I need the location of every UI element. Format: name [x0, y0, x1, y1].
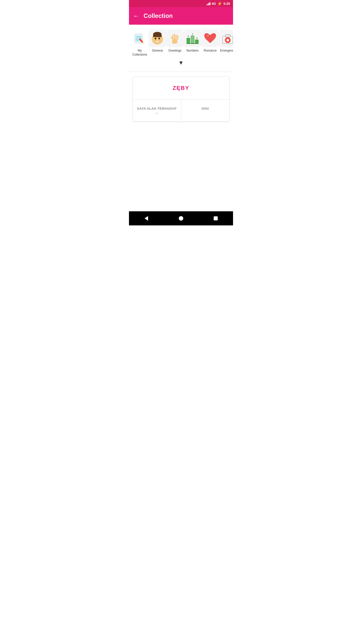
my-collections-label: My Collections	[131, 49, 148, 57]
nav-home-button[interactable]	[178, 216, 184, 221]
category-item-romance[interactable]: Romance	[201, 29, 219, 58]
my-collections-icon	[131, 30, 149, 47]
card-title-row: ZĘBY	[133, 77, 229, 100]
category-item-my-collections[interactable]: My Collections	[131, 29, 149, 58]
svg-rect-32	[187, 43, 199, 44]
svg-point-13	[158, 38, 160, 39]
greetings-icon	[166, 30, 184, 47]
card-translations: SAYA ALAH TERHADAP ... GIGI	[133, 100, 229, 121]
svg-rect-11	[153, 34, 162, 37]
svg-rect-24	[177, 35, 178, 40]
nav-recents-button[interactable]	[213, 216, 218, 221]
app-bar: ← Collection	[129, 7, 233, 25]
svg-rect-42	[214, 216, 218, 220]
svg-rect-26	[187, 38, 190, 43]
svg-rect-28	[191, 36, 194, 43]
romance-label: Romance	[204, 49, 216, 53]
greetings-label: Greetings	[168, 49, 182, 53]
svg-rect-22	[174, 34, 175, 39]
signal-icon	[207, 2, 210, 5]
svg-text:1: 1	[192, 33, 193, 35]
svg-marker-40	[145, 216, 148, 221]
svg-rect-30	[195, 40, 198, 43]
translation-right[interactable]: GIGI	[181, 100, 230, 121]
status-bar: 4G ⚡ 5:29	[129, 0, 233, 7]
status-icons: 4G ⚡ 5:29	[207, 1, 230, 6]
chevron-down-icon[interactable]: ▼	[178, 60, 184, 66]
svg-point-16	[159, 39, 159, 40]
svg-text:3: 3	[196, 37, 197, 39]
category-section: My Collections	[129, 25, 233, 72]
svg-point-12	[155, 38, 156, 39]
navigation-bar	[129, 211, 233, 225]
svg-point-17	[160, 40, 160, 41]
numbers-icon: 2 1 3	[184, 30, 201, 47]
numbers-label: Numbers	[187, 49, 199, 53]
network-label: 4G	[212, 2, 216, 6]
back-button[interactable]: ←	[133, 13, 140, 19]
svg-rect-36	[225, 35, 230, 37]
app-bar-title: Collection	[144, 12, 173, 19]
section-divider	[129, 72, 233, 72]
svg-rect-23	[175, 34, 177, 39]
chevron-row: ▼	[131, 58, 231, 70]
svg-point-15	[155, 40, 156, 41]
nav-back-button[interactable]	[144, 216, 149, 221]
translation-left[interactable]: SAYA ALAH TERHADAP ...	[133, 100, 181, 121]
category-row: My Collections	[131, 29, 231, 58]
general-label: General	[152, 49, 163, 53]
time-label: 5:29	[223, 2, 230, 6]
svg-text:2: 2	[188, 35, 189, 37]
phrase-card: ZĘBY SAYA ALAH TERHADAP ... GIGI	[132, 76, 230, 122]
svg-point-41	[179, 216, 183, 221]
svg-point-14	[155, 39, 155, 40]
romance-icon	[201, 30, 219, 47]
emergency-label: Emergency	[220, 49, 233, 53]
category-item-general[interactable]: General	[149, 29, 166, 58]
category-item-greetings[interactable]: Greetings	[166, 29, 184, 58]
category-item-numbers[interactable]: 2 1 3 Numbers	[184, 29, 201, 58]
card-title: ZĘBY	[173, 85, 190, 91]
general-icon	[149, 30, 166, 47]
battery-icon: ⚡	[217, 1, 222, 6]
category-item-emergency[interactable]: Emergency	[219, 29, 233, 58]
emergency-icon	[219, 30, 233, 47]
svg-rect-39	[226, 39, 229, 41]
